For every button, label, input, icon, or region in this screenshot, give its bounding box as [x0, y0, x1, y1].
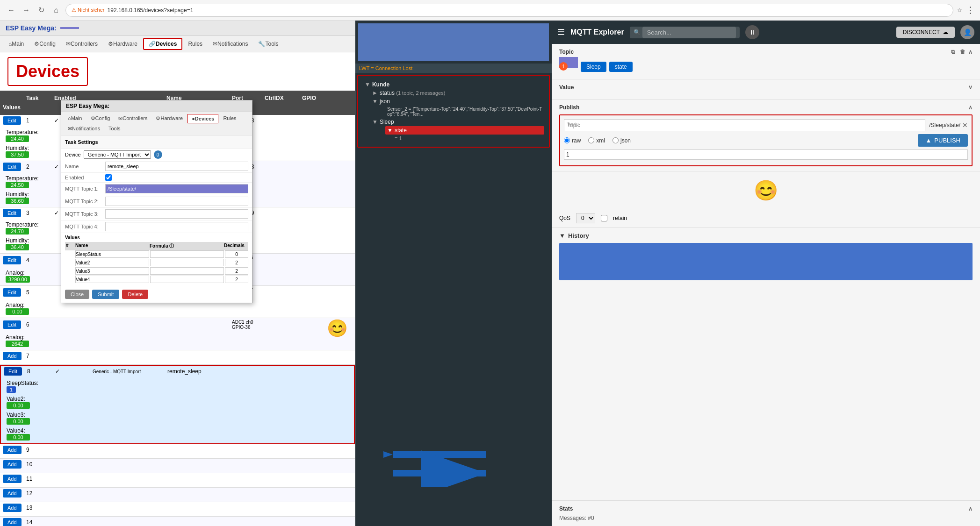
modal-nav-rules[interactable]: Rules — [219, 114, 240, 123]
add-btn-12[interactable]: Add — [3, 489, 22, 498]
back-button[interactable]: ← — [6, 5, 17, 16]
collapse-publish-icon[interactable]: ∧ — [968, 104, 973, 111]
edit-btn-5[interactable]: Edit — [3, 288, 21, 297]
mqtt-topic-2-input[interactable] — [105, 197, 248, 206]
hamburger-icon[interactable]: ☰ — [557, 27, 565, 37]
delete-button[interactable]: Delete — [122, 290, 148, 299]
submit-button[interactable]: Submit — [92, 290, 119, 299]
modal-nav-hardware[interactable]: ⚙Hardware — [152, 114, 187, 123]
nav-devices[interactable]: 🔗Devices — [143, 38, 182, 50]
copy-icon[interactable]: ⧉ — [951, 49, 955, 55]
home-button[interactable]: ⌂ — [50, 5, 62, 16]
mqtt-node-status[interactable]: ►status (1 topic, 2 messages) — [370, 89, 544, 97]
value-decimals-2[interactable] — [225, 259, 248, 266]
value-decimals-4[interactable] — [225, 276, 248, 283]
disconnect-button[interactable]: DISCONNECT ☁ — [896, 27, 955, 38]
modal-nav-tools[interactable]: Tools — [105, 124, 124, 133]
add-btn-9[interactable]: Add — [3, 446, 22, 454]
retain-checkbox[interactable] — [601, 215, 607, 221]
modal-nav-controllers[interactable]: ✉Controllers — [115, 114, 151, 123]
history-bar — [559, 243, 973, 280]
pause-button[interactable]: ⏸ — [745, 25, 759, 39]
bookmark-icon[interactable]: ☆ — [957, 7, 962, 14]
publish-topic-input[interactable] — [564, 119, 925, 131]
value-name-4[interactable] — [75, 276, 149, 283]
edit-btn-4[interactable]: Edit — [3, 256, 21, 264]
collapse-stats-icon[interactable]: ∧ — [968, 505, 973, 512]
mqtt-node-kunde[interactable]: ▼Kunde — [363, 80, 544, 89]
collapse-topic-icon[interactable]: ∧ — [968, 49, 973, 55]
value-name-2[interactable] — [75, 259, 149, 266]
value-formula-1[interactable] — [150, 250, 224, 258]
value-formula-3[interactable] — [150, 267, 224, 275]
publish-clear-button[interactable]: ✕ — [962, 121, 968, 129]
task-4: 4 — [23, 256, 51, 265]
mqtt-topic-3-input[interactable] — [105, 209, 248, 219]
state-button[interactable]: state — [609, 62, 633, 72]
values-section: Values #NameFormula ⓘDecimals — [61, 233, 252, 286]
nav-main[interactable]: ⌂Main — [4, 39, 29, 49]
nav-tools[interactable]: 🔧Tools — [253, 39, 283, 49]
format-raw-radio[interactable] — [564, 137, 570, 143]
format-xml-radio[interactable] — [588, 137, 594, 143]
qos-select[interactable]: 0 1 2 — [576, 213, 595, 223]
enabled-checkbox[interactable] — [105, 174, 112, 181]
add-btn-7[interactable]: Add — [3, 352, 22, 360]
value-name-1[interactable] — [75, 250, 149, 258]
mqtt-topic-3-label: MQTT Topic 3: — [65, 211, 102, 217]
format-json[interactable]: json — [612, 137, 631, 144]
task-settings-label: Task Settings — [61, 135, 252, 149]
device-select[interactable]: Generic - MQTT Import — [84, 150, 151, 159]
publish-button[interactable]: ▲ PUBLISH — [918, 134, 968, 147]
mqtt-node-state[interactable]: ▼state — [385, 126, 544, 135]
url-bar[interactable]: ⚠ Nicht sicher 192.168.0.165/devices?set… — [65, 4, 953, 17]
value-formula-2[interactable] — [150, 259, 224, 266]
mqtt-topic-4-input[interactable] — [105, 222, 248, 231]
enabled-8: ✓ — [52, 367, 90, 376]
sleep-button[interactable]: Sleep — [581, 62, 606, 72]
user-avatar[interactable]: 👤 — [960, 25, 974, 39]
mqtt-node-json[interactable]: ▼json — [370, 97, 544, 106]
add-btn-14[interactable]: Add — [3, 518, 22, 526]
nav-hardware[interactable]: ⚙Hardware — [103, 39, 142, 49]
task-6: 6 — [23, 320, 51, 329]
table-row: Add9 — [0, 444, 355, 459]
browser-menu-button[interactable]: ⋮ — [966, 5, 974, 15]
edit-btn-6[interactable]: Edit — [3, 320, 21, 329]
mqtt-topic-1-input[interactable] — [105, 184, 248, 193]
nav-controllers[interactable]: ✉Controllers — [61, 39, 102, 49]
reload-button[interactable]: ↻ — [36, 5, 47, 16]
edit-btn-3[interactable]: Edit — [3, 209, 21, 217]
edit-btn-2[interactable]: Edit — [3, 163, 21, 171]
value-name-3[interactable] — [75, 267, 149, 275]
modal-nav-devices[interactable]: ●Devices — [187, 114, 218, 123]
collapse-value-icon[interactable]: ∨ — [968, 84, 973, 91]
mqtt-node-sleep[interactable]: ▼Sleep — [370, 118, 544, 126]
publish-value-input[interactable] — [564, 149, 968, 160]
name-input[interactable] — [105, 162, 248, 171]
modal-nav-main[interactable]: ⌂Main — [64, 114, 86, 123]
nav-config[interactable]: ⚙Config — [29, 39, 60, 49]
trash-icon[interactable]: 🗑 — [960, 49, 966, 55]
value-decimals-3[interactable] — [225, 267, 248, 275]
nav-rules[interactable]: Rules — [183, 39, 207, 49]
modal-nav-config[interactable]: ⚙Config — [87, 114, 114, 123]
search-input[interactable] — [642, 27, 736, 38]
stats-messages: Messages: #0 — [559, 515, 973, 521]
add-btn-11[interactable]: Add — [3, 475, 22, 483]
modal-nav-notifications[interactable]: ✉Notifications — [64, 124, 104, 133]
add-btn-10[interactable]: Add — [3, 460, 22, 469]
nav-notifications[interactable]: ✉Notifications — [208, 39, 252, 49]
edit-btn-8[interactable]: Edit — [4, 367, 22, 376]
edit-btn-1[interactable]: Edit — [3, 116, 21, 125]
mqtt-node-sensor2[interactable]: Sensor_2 = {"Temperture-Top":"24.40","Hu… — [385, 106, 544, 118]
format-xml[interactable]: xml — [588, 137, 605, 144]
value-decimals-1[interactable] — [225, 250, 248, 258]
close-button[interactable]: Close — [65, 290, 89, 299]
add-btn-13[interactable]: Add — [3, 504, 22, 512]
value-formula-4[interactable] — [150, 276, 224, 283]
format-raw[interactable]: raw — [564, 137, 581, 144]
format-json-radio[interactable] — [612, 137, 619, 143]
forward-button[interactable]: → — [21, 5, 32, 16]
search-container[interactable]: 🔍 — [630, 27, 740, 38]
